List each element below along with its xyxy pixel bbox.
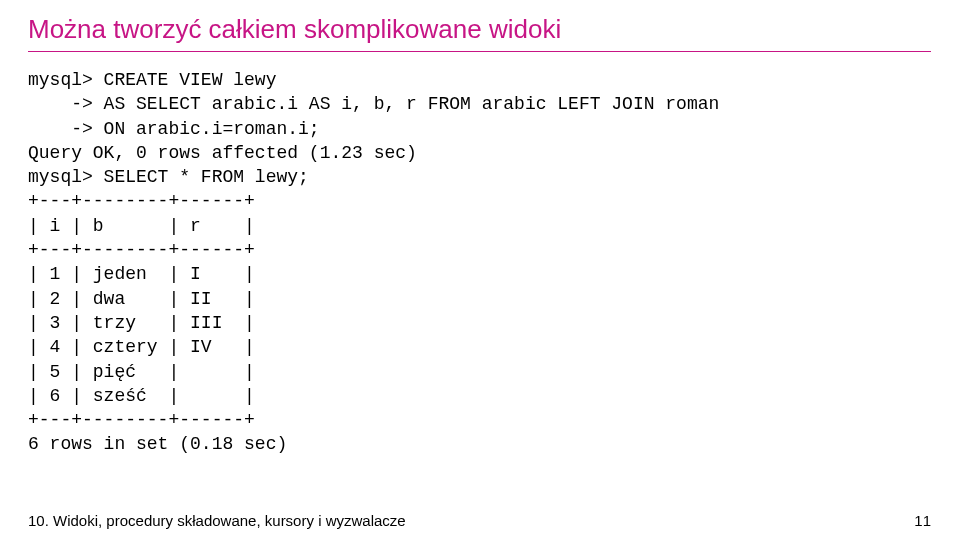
code-line: -> ON arabic.i=roman.i; (28, 119, 320, 139)
table-separator: +---+--------+------+ (28, 410, 255, 430)
code-block: mysql> CREATE VIEW lewy -> AS SELECT ara… (28, 68, 931, 457)
footer-chapter: 10. Widoki, procedury składowane, kursor… (28, 512, 406, 529)
code-line: mysql> SELECT * FROM lewy; (28, 167, 309, 187)
result-line: 6 rows in set (0.18 sec) (28, 434, 287, 454)
table-header: | i | b | r | (28, 216, 255, 236)
code-line: Query OK, 0 rows affected (1.23 sec) (28, 143, 417, 163)
table-row: | 2 | dwa | II | (28, 289, 255, 309)
code-line: -> AS SELECT arabic.i AS i, b, r FROM ar… (28, 94, 719, 114)
table-row: | 3 | trzy | III | (28, 313, 255, 333)
code-line: mysql> CREATE VIEW lewy (28, 70, 276, 90)
table-separator: +---+--------+------+ (28, 240, 255, 260)
table-row: | 5 | pięć | | (28, 362, 255, 382)
table-row: | 1 | jeden | I | (28, 264, 255, 284)
footer-page-number: 11 (914, 512, 931, 529)
table-separator: +---+--------+------+ (28, 191, 255, 211)
slide-footer: 10. Widoki, procedury składowane, kursor… (28, 512, 931, 529)
slide-title: Można tworzyć całkiem skomplikowane wido… (28, 14, 931, 52)
table-row: | 4 | cztery | IV | (28, 337, 255, 357)
table-row: | 6 | sześć | | (28, 386, 255, 406)
